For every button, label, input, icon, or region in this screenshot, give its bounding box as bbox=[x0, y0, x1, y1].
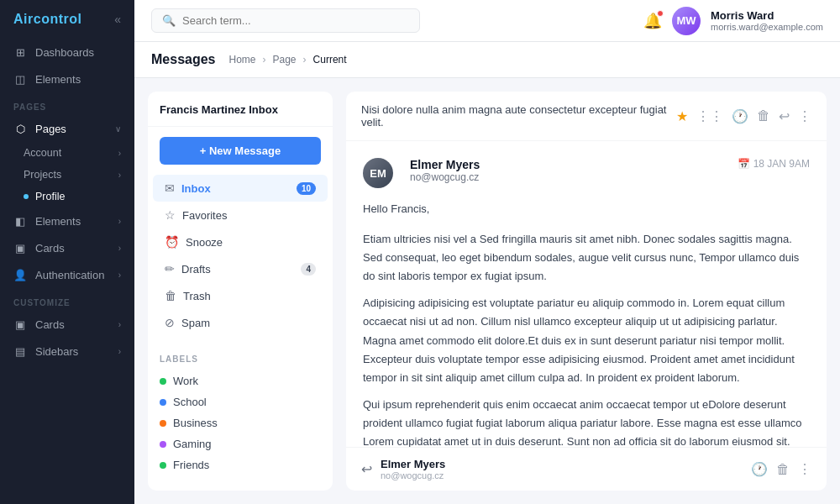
drafts-label: Drafts bbox=[181, 263, 211, 276]
sender-initials: EM bbox=[370, 167, 386, 180]
breadcrumb-home: Home bbox=[229, 54, 256, 66]
more-icon[interactable]: ⋮ bbox=[798, 108, 811, 124]
email-greeting: Hello Francis, bbox=[363, 200, 810, 218]
sidebar-item-pages[interactable]: ⬡ Pages ∨ bbox=[0, 115, 134, 142]
notification-button[interactable]: 🔔 bbox=[643, 12, 662, 30]
sidebar-item-sidebars[interactable]: ▤ Sidebars › bbox=[0, 338, 134, 365]
new-message-button[interactable]: + New Message bbox=[160, 137, 321, 165]
sidebar-item-authentication[interactable]: 👤 Authentication › bbox=[0, 261, 134, 288]
label-school-text: School bbox=[173, 396, 207, 408]
page-title: Messages bbox=[151, 52, 216, 67]
inbox-item-spam[interactable]: ⊘ Spam bbox=[153, 309, 328, 336]
menu-grid-icon[interactable]: ⋮⋮ bbox=[696, 108, 723, 124]
label-school[interactable]: School bbox=[160, 391, 321, 412]
sidebar-item-label: Dashboards bbox=[35, 46, 94, 59]
sender-name: Elmer Myers bbox=[410, 158, 480, 171]
collapse-button[interactable]: « bbox=[114, 13, 121, 26]
dashboards-icon: ⊞ bbox=[13, 45, 27, 59]
sidebar-item-elements2[interactable]: ◧ Elements › bbox=[0, 207, 134, 234]
label-work-text: Work bbox=[173, 375, 198, 387]
sidebar-item-elements[interactable]: ◫ Elements bbox=[0, 66, 134, 92]
reply-more-icon[interactable]: ⋮ bbox=[798, 461, 811, 477]
inbox-label: Inbox bbox=[181, 182, 211, 195]
favorites-label: Favorites bbox=[182, 209, 227, 222]
favorites-icon: ☆ bbox=[165, 208, 176, 222]
star-icon[interactable]: ★ bbox=[676, 108, 688, 124]
breadcrumb: Messages Home › Page › Current bbox=[134, 42, 840, 78]
drafts-icon: ✏ bbox=[165, 262, 175, 276]
sidebar-item-dashboards[interactable]: ⊞ Dashboards bbox=[0, 39, 134, 66]
email-para-1: Etiam ultricies nisi vel a Sed fringilla… bbox=[363, 230, 810, 286]
cards-icon: ▣ bbox=[13, 241, 27, 255]
email-header: Nisi dolore nulla anim magna aute consec… bbox=[346, 92, 827, 141]
messages-layout: Francis Martinez Inbox + New Message ✉ I… bbox=[134, 78, 840, 504]
reply-delete-icon[interactable]: 🗑 bbox=[776, 462, 790, 477]
sidebar-item-label: Cards bbox=[35, 242, 65, 255]
user-name: Morris Ward bbox=[711, 9, 823, 22]
work-dot bbox=[160, 378, 166, 385]
reply-icon[interactable]: ↩ bbox=[779, 108, 790, 124]
sidebar-item-label: Elements bbox=[35, 73, 81, 86]
labels-title: LABELS bbox=[160, 354, 321, 364]
label-work[interactable]: Work bbox=[160, 370, 321, 391]
right-panel: Nisi dolore nulla anim magna aute consec… bbox=[346, 92, 827, 491]
label-friends[interactable]: Friends bbox=[160, 454, 321, 475]
sidebar-item-cards[interactable]: ▣ Cards › bbox=[0, 234, 134, 261]
inbox-badge: 10 bbox=[297, 182, 316, 195]
inbox-item-favorites[interactable]: ☆ Favorites bbox=[153, 202, 328, 228]
email-text: Hello Francis, Etiam ultricies nisi vel … bbox=[363, 200, 810, 447]
inbox-item-trash[interactable]: 🗑 Trash bbox=[153, 282, 328, 309]
delete-icon[interactable]: 🗑 bbox=[757, 108, 770, 123]
chevron-right-icon: › bbox=[118, 217, 121, 226]
business-dot bbox=[160, 420, 166, 427]
avatar-initials: MW bbox=[676, 14, 696, 27]
reply-arrow-icon[interactable]: ↩ bbox=[361, 461, 372, 477]
sender-details: Elmer Myers no@wogcug.cz bbox=[410, 158, 480, 183]
sidebar-item-label: Elements bbox=[35, 215, 81, 228]
label-gaming[interactable]: Gaming bbox=[160, 433, 321, 454]
sidebar-item-account[interactable]: Account › bbox=[0, 142, 134, 164]
header-right: 🔔 MW Morris Ward morris.ward@example.com bbox=[643, 7, 823, 35]
drafts-badge: 4 bbox=[301, 263, 316, 276]
left-panel: Francis Martinez Inbox + New Message ✉ I… bbox=[148, 92, 333, 491]
sub-label: Account bbox=[24, 147, 61, 159]
reply-clock-icon[interactable]: 🕐 bbox=[751, 461, 768, 477]
sidebar-item-projects[interactable]: Projects › bbox=[0, 164, 134, 186]
sidebar-logo: Aircontrol « bbox=[0, 0, 134, 39]
inbox-item-snooze[interactable]: ⏰ Snooze bbox=[153, 228, 328, 255]
reply-left: ↩ Elmer Myers no@wogcug.cz bbox=[361, 458, 445, 480]
sidebar-item-profile[interactable]: Profile bbox=[0, 186, 134, 207]
clock-icon[interactable]: 🕐 bbox=[732, 108, 748, 124]
sender-avatar: EM bbox=[363, 158, 393, 188]
reply-actions: 🕐 🗑 ⋮ bbox=[751, 461, 811, 477]
sub-label: Projects bbox=[24, 169, 61, 181]
chevron-down-icon: ∨ bbox=[115, 124, 121, 134]
chevron-right-icon: › bbox=[118, 244, 121, 253]
sidebar-item-label: Sidebars bbox=[35, 345, 78, 358]
search-input[interactable] bbox=[182, 14, 409, 27]
spam-icon: ⊘ bbox=[165, 316, 175, 329]
breadcrumb-current: Current bbox=[313, 54, 347, 66]
email-actions: ★ ⋮⋮ 🕐 🗑 ↩ ⋮ bbox=[676, 108, 811, 124]
email-body: EM Elmer Myers no@wogcug.cz 📅 18 JAN 9AM bbox=[346, 141, 827, 447]
sender-email-addr: no@wogcug.cz bbox=[410, 171, 480, 183]
label-business[interactable]: Business bbox=[160, 412, 321, 433]
breadcrumb-page: Page bbox=[273, 54, 297, 66]
label-friends-text: Friends bbox=[173, 459, 209, 471]
label-business-text: Business bbox=[173, 417, 218, 429]
chevron-right-icon: › bbox=[118, 149, 121, 158]
date-text: 18 JAN 9AM bbox=[753, 158, 810, 170]
gaming-dot bbox=[160, 441, 166, 448]
chevron-right-icon: › bbox=[118, 320, 121, 329]
snooze-icon: ⏰ bbox=[165, 235, 179, 249]
email-date: 📅 18 JAN 9AM bbox=[738, 158, 810, 170]
search-wrapper[interactable]: 🔍 bbox=[151, 8, 420, 33]
inbox-item-drafts[interactable]: ✏ Drafts 4 bbox=[153, 255, 328, 282]
inbox-item-inbox[interactable]: ✉ Inbox 10 bbox=[153, 175, 328, 202]
content-area: Messages Home › Page › Current Francis M… bbox=[134, 42, 840, 504]
sidebar: Aircontrol « ⊞ Dashboards ◫ Elements PAG… bbox=[0, 0, 134, 504]
breadcrumb-sep-1: › bbox=[263, 54, 266, 66]
sidebar-item-cards2[interactable]: ▣ Cards › bbox=[0, 311, 134, 338]
chevron-right-icon: › bbox=[118, 171, 121, 180]
label-gaming-text: Gaming bbox=[173, 438, 212, 450]
